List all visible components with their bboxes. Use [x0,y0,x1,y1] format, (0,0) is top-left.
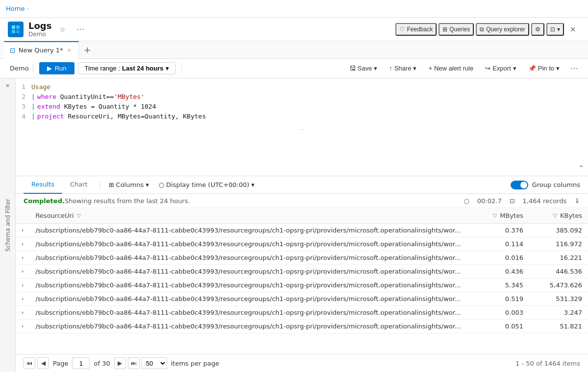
save-icon: 🖫 [349,65,356,72]
save-chevron: ▾ [374,65,377,72]
row-expand-5[interactable]: › [16,292,29,306]
row-kbytes-2: 16.221 [529,251,588,265]
row-expand-6[interactable]: › [16,306,29,320]
pagination: ⏮ ◀ Page of 30 ▶ ⏭ 10 25 50 100 items pe… [16,354,588,372]
feedback-button[interactable]: ♡ Feedback [395,23,437,36]
group-columns-toggle[interactable] [511,181,528,189]
code-line-2: | where QuantityUnit == 'MBytes' [31,92,588,102]
svg-rect-0 [12,25,15,29]
row-mbytes-4: 5.345 [473,279,529,292]
app-header-left: Logs Demo ☆ ⋯ [8,21,87,38]
collapse-editor-button[interactable]: ⌃ [578,164,584,172]
row-uri-0[interactable]: /subscriptions/ebb79bc0-aa86-44a7-8111-c… [29,224,473,237]
row-kbytes-6: 3.247 [529,306,588,320]
tab-new-query-1[interactable]: ⊡ New Query 1* × [4,41,79,59]
row-mbytes-5: 0.519 [473,292,529,306]
tab-chart[interactable]: Chart [62,176,96,194]
row-uri-7[interactable]: /subscriptions/ebb79bc0-aa86-44a7-8111-c… [29,320,473,333]
share-icon: ↑ [389,65,392,72]
row-uri-6[interactable]: /subscriptions/ebb79bc0-aa86-44a7-8111-c… [29,306,473,320]
row-uri-3[interactable]: /subscriptions/ebb79bc0-aa86-44a7-8111-c… [29,265,473,279]
expand-results-button[interactable]: ⇓ [574,197,580,205]
row-uri-1[interactable]: /subscriptions/ebb79bc0-aa86-44a7-8111-c… [29,237,473,251]
more-button[interactable]: ⋯ [566,62,582,75]
tab-results[interactable]: Results [24,176,62,194]
page-last-button[interactable]: ⏭ [128,357,140,369]
query-explorer-button[interactable]: ⧉ Query explorer [476,23,529,36]
row-expand-7[interactable]: › [16,320,29,333]
page-first-button[interactable]: ⏮ [24,357,35,369]
data-table-wrapper[interactable]: ResourceUri ▽ ▽ MBytes [16,208,588,354]
row-expand-0[interactable]: › [16,224,29,237]
filter-kbytes-icon[interactable]: ▽ [553,212,557,219]
export-button[interactable]: ↪ Export ▾ [480,63,521,74]
clock-icon: ○ [464,197,469,205]
row-expand-4[interactable]: › [16,279,29,292]
page-of: of 30 [94,360,110,367]
export-chevron: ▾ [513,65,516,72]
table-row: › /subscriptions/ebb79bc0-aa86-44a7-8111… [16,251,588,265]
tab-close-button[interactable]: × [66,46,73,54]
svg-rect-1 [16,25,20,29]
new-alert-button[interactable]: + New alert rule [423,63,478,74]
display-time-button[interactable]: ○ Display time (UTC+00:00) ▾ [154,181,260,188]
filter-mbytes-icon[interactable]: ▽ [493,212,497,219]
code-content: Usage | where QuantityUnit == 'MBytes' |… [31,82,588,121]
svg-rect-3 [16,30,20,33]
favorite-button[interactable]: ☆ [56,23,69,35]
side-panel[interactable]: « Schema and Filter [0,78,16,372]
filter-resource-icon[interactable]: ▽ [77,212,81,219]
page-next-button[interactable]: ▶ [114,357,126,369]
tab-label: New Query 1* [19,46,63,54]
row-uri-4[interactable]: /subscriptions/ebb79bc0-aa86-44a7-8111-c… [29,279,473,292]
breadcrumb-home[interactable]: Home [6,5,24,12]
chevron-down-icon: ▾ [557,26,560,33]
settings-button[interactable]: ⚙ [531,23,544,36]
toolbar-separator-1 [181,63,182,74]
row-expand-1[interactable]: › [16,237,29,251]
view-toggle-button[interactable]: ⊡ ▾ [546,23,564,36]
row-uri-5[interactable]: /subscriptions/ebb79bc0-aa86-44a7-8111-c… [29,292,473,306]
tab-icon: ⊡ [10,46,16,54]
time-range-button[interactable]: Time range : Last 24 hours ▾ [78,62,175,74]
row-expand-2[interactable]: › [16,251,29,265]
row-expand-3[interactable]: › [16,265,29,279]
svg-rect-2 [12,30,15,33]
status-completed: Completed. [24,197,65,205]
alert-icon: + [428,65,432,72]
queries-icon: ⊞ [442,26,447,33]
workspace-label: Demo [6,65,33,72]
side-panel-label: Schema and Filter [4,199,11,252]
clock-icon: ○ [159,181,164,188]
col-mbytes: ▽ MBytes [473,208,529,224]
page-input[interactable] [72,357,90,369]
pin-to-button[interactable]: 📌 Pin to ▾ [523,63,564,74]
chevron-down-icon: ▾ [166,65,169,72]
columns-button[interactable]: ⊞ Columns ▾ [104,181,154,188]
app-header: Logs Demo ☆ ⋯ ♡ Feedback ⊞ Queries ⧉ Que… [0,18,588,41]
queries-button[interactable]: ⊞ Queries [439,23,474,36]
top-nav: Home › [0,0,588,18]
row-mbytes-0: 0.376 [473,224,529,237]
page-prev-button[interactable]: ◀ [37,357,49,369]
app-more-button[interactable]: ⋯ [74,23,87,36]
pin-icon: 📌 [528,65,536,72]
display-time-chevron: ▾ [251,181,255,188]
row-kbytes-3: 446.536 [529,265,588,279]
row-mbytes-2: 0.016 [473,251,529,265]
code-line-4: | project ResourceUri, MBytes=Quantity, … [31,112,588,121]
row-uri-2[interactable]: /subscriptions/ebb79bc0-aa86-44a7-8111-c… [29,251,473,265]
status-message: Showing results from the last 24 hours. [65,197,190,205]
code-editor[interactable]: 1 2 3 4 Usage | where QuantityUnit == 'M… [16,78,588,176]
save-button[interactable]: 🖫 Save ▾ [344,63,383,74]
collapse-button[interactable]: « [4,80,11,90]
close-button[interactable]: × [566,23,580,36]
results-tabs: Results Chart ⊞ Columns ▾ ○ Display time… [16,176,588,194]
share-button[interactable]: ↑ Share ▾ [384,63,421,74]
page-size-select[interactable]: 10 25 50 100 [142,357,167,369]
run-button[interactable]: ▶ Run [39,62,74,74]
app-title: Logs [28,21,51,31]
tab-add-button[interactable]: + [79,41,96,59]
row-kbytes-0: 385.092 [529,224,588,237]
main-content: « Schema and Filter 1 2 3 4 Usage | [0,78,588,372]
